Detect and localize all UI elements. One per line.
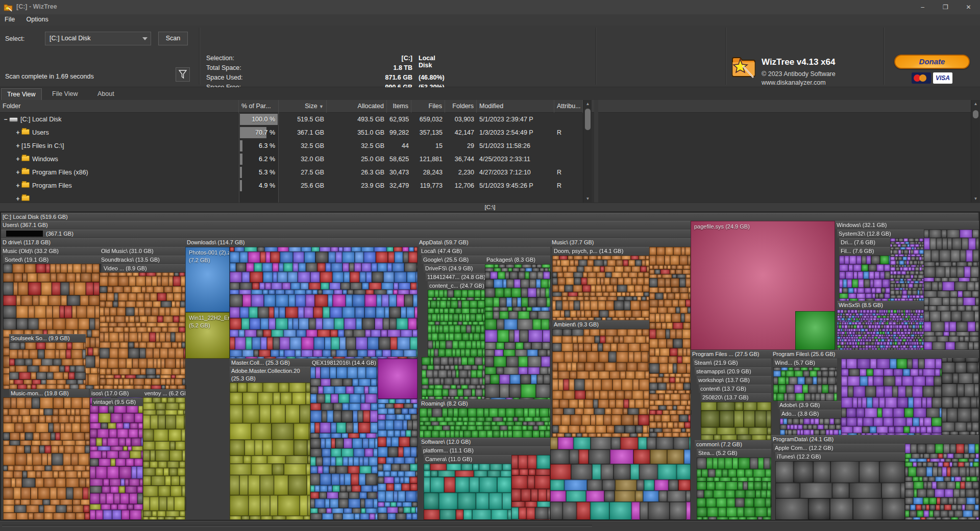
treemap-label[interactable]: Win11_22H2_Englis(5.2 GB): [187, 314, 229, 330]
treemap-label[interactable]: Windows\ (32.1 GB): [835, 221, 979, 229]
expand-toggle[interactable]: +: [14, 179, 21, 192]
expand-toggle[interactable]: +: [14, 153, 21, 166]
website-link[interactable]: www.diskanalyzer.com: [762, 79, 826, 86]
treemap-label[interactable]: Program Files ... (27.5 GB): [691, 350, 771, 358]
treemap-label[interactable]: WinSxS\ (8.5 GB): [837, 301, 924, 309]
treemap-label[interactable]: Doom, psych, p... (14.1 GB): [552, 247, 649, 255]
folder-row[interactable]: +Windows6.2 %32.0 GB25.0 GB58,625121,881…: [0, 153, 594, 166]
menu-options[interactable]: Options: [22, 14, 53, 24]
treemap-label[interactable]: iTunes\ (12.2 GB): [775, 452, 905, 461]
folder-row[interactable]: −[C:] Local Disk100.0 %519.5 GB493.5 GB6…: [0, 113, 594, 126]
folder-row[interactable]: +Users70.7 %367.1 GB351.0 GB99,282357,13…: [0, 126, 594, 139]
treemap-label[interactable]: Roaming\ (8.2 GB): [420, 399, 550, 408]
close-button[interactable]: ✕: [957, 0, 980, 14]
treemap-label[interactable]: content\ (13.7 GB): [699, 385, 771, 393]
treemap-label[interactable]: Downloads\ (114.7 GB): [185, 238, 418, 246]
treemap-label[interactable]: Local\ (47.4 GB): [420, 247, 550, 255]
extension-row[interactable]: ⚙.sysSystem file6.3 %32.6 GB32.3 GB2,791: [598, 166, 971, 179]
extension-row[interactable]: [598, 192, 971, 203]
scan-button[interactable]: Scan: [158, 32, 188, 45]
treemap-label[interactable]: Photos-001 (2).zip(7.2 GB): [187, 249, 229, 264]
donate-button[interactable]: Donate: [894, 55, 970, 69]
folder-col-allocated[interactable]: Allocated: [327, 100, 387, 113]
treemap-label[interactable]: Music-mon... (19.8 GB): [9, 389, 89, 397]
expand-toggle[interactable]: +: [14, 139, 21, 153]
treemap-label[interactable]: Music (Old)\ (33.2 GB): [1, 247, 100, 255]
drive-select[interactable]: [C:] Local Disk: [45, 32, 151, 45]
treemap-label[interactable]: (367.1 GB): [1, 230, 691, 238]
treemap-label[interactable]: content_c... (24.7 GB): [428, 282, 485, 290]
folder-col-modified[interactable]: Modified: [477, 100, 554, 113]
tab-tree-view[interactable]: Tree View: [1, 88, 42, 100]
treemap-label[interactable]: Apple Com... (12.2 GB): [773, 444, 905, 452]
treemap-label[interactable]: [C:] Local Disk (519.6 GB): [1, 213, 978, 221]
treemap-label[interactable]: Steam\ (21.9 GB): [693, 359, 771, 367]
treemap-label[interactable]: platform... (11.1 GB): [422, 446, 550, 454]
treemap-label[interactable]: Video ... (8.9 GB): [102, 264, 185, 272]
treemap-label[interactable]: isos\ (17.0 GB): [90, 389, 143, 397]
table-splitter[interactable]: [594, 100, 598, 203]
treemap-label[interactable]: Soundtracks\ (13.5 GB): [100, 256, 185, 264]
treemap-label[interactable]: steamapps\ (20.9 GB): [695, 367, 771, 375]
maximize-button[interactable]: ❐: [934, 0, 957, 14]
treemap[interactable]: [C:] Local Disk (519.6 GB)Users\ (367.1 …: [0, 212, 980, 521]
treemap-label[interactable]: QEX19812016\ (14.4 GB): [310, 359, 378, 367]
treemap-label[interactable]: Master.Coll... (25.3 GB): [230, 359, 310, 367]
treemap-label[interactable]: 250820\ (13.7 GB): [701, 393, 771, 401]
treemap-label[interactable]: common\ (7.2 GB): [695, 440, 771, 448]
treemap-label[interactable]: Packages\ (8.3 GB): [485, 256, 550, 264]
folder-col-size[interactable]: Size ▼: [279, 100, 327, 113]
folder-col-ofpar[interactable]: % of Par...: [239, 100, 279, 113]
treemap-label[interactable]: ProgramData\ (24.1 GB): [771, 435, 979, 443]
folder-row[interactable]: +: [0, 192, 594, 203]
folder-row[interactable]: +Program Files (x86)5.3 %27.5 GB26.3 GB3…: [0, 166, 594, 179]
treemap-label[interactable]: System32\ (12.8 GB): [837, 230, 924, 238]
expand-toggle[interactable]: +: [14, 126, 21, 139]
expand-toggle[interactable]: +: [14, 192, 21, 203]
folder-col-items[interactable]: Items: [387, 100, 411, 113]
treemap-label[interactable]: Soulseek So... (9.9 GB): [9, 334, 86, 342]
treemap-label[interactable]: Camera\ (11.0 GB): [424, 455, 511, 463]
treemap-label[interactable]: Wind... (5.7 GB): [773, 359, 837, 367]
treemap-label[interactable]: Adobe\ (3.9 GB): [778, 401, 841, 409]
treemap-label[interactable]: AppData\ (59.7 GB): [418, 238, 550, 246]
extension-row[interactable]: Z.zipzip Archive6.1 %31.6 GB31.4 GB2,248: [598, 179, 971, 192]
folder-row[interactable]: +Program Files4.9 %25.6 GB23.9 GB32,4791…: [0, 179, 594, 192]
treemap-label[interactable]: Program Files\ (25.6 GB): [771, 350, 979, 358]
minimize-button[interactable]: –: [911, 0, 934, 14]
tab-file-view[interactable]: File View: [46, 88, 83, 100]
treemap-label[interactable]: Users\ (367.1 GB): [1, 221, 691, 229]
expand-toggle[interactable]: −: [2, 113, 9, 126]
treemap-label[interactable]: 118412447... (24.8 GB): [426, 273, 485, 281]
treemap-label[interactable]: Adobe.Master.Collection.20(25.3 GB): [230, 367, 310, 383]
folder-col-folders[interactable]: Folders: [445, 100, 477, 113]
treemap-label[interactable]: workshop\ (13.7 GB): [697, 376, 771, 384]
treemap-label[interactable]: Google\ (25.5 GB): [422, 256, 485, 264]
treemap-label[interactable]: ventoy ... (6.2 GB): [143, 389, 185, 397]
folder-col-attribu[interactable]: Attribu...: [554, 100, 583, 113]
filter-button[interactable]: [176, 67, 190, 82]
extension-row[interactable]: ⚙.dllApplication7.2 %37.7 GB31.1 GB56,34…: [598, 153, 971, 166]
folder-row[interactable]: +[15 Files in C:\]6.3 %32.5 GB32.5 GB441…: [0, 139, 594, 153]
treemap-label[interactable]: Ambient\ (9.3 GB): [552, 320, 649, 328]
extension-row[interactable]: (No Extensio8.3 %43.0 GB35.9 GB46,344: [598, 139, 971, 153]
treemap-label[interactable]: DriveFS\ (24.9 GB): [424, 264, 485, 272]
folder-col-files[interactable]: Files: [411, 100, 445, 113]
treemap-label[interactable]: vintage\ (9.5 GB): [92, 398, 143, 406]
expand-toggle[interactable]: +: [14, 166, 21, 179]
treemap-label[interactable]: pagefile.sys (24.9 GB): [693, 223, 795, 231]
extension-table-scrollbar[interactable]: ▲ ▼: [971, 100, 979, 203]
extension-row[interactable]: MP3.mp3MPEG layer 320.6 %107.2 GB106.8 G…: [598, 113, 971, 126]
folder-table-scrollbar[interactable]: ▲ ▼: [583, 100, 592, 203]
extension-row[interactable]: iso.isoiso Archive8.5 %44.3 GB44.3 GB19: [598, 126, 971, 139]
treemap-label[interactable]: D drive\ (117.8 GB): [1, 238, 185, 246]
treemap-label[interactable]: Software\ (12.0 GB): [420, 438, 550, 446]
tab-about[interactable]: About: [92, 88, 120, 100]
treemap-label[interactable]: Music\ (37.7 GB): [550, 238, 691, 246]
treemap-label[interactable]: Sorted\ (19.1 GB): [3, 256, 100, 264]
menu-file[interactable]: File: [0, 14, 19, 24]
treemap-label[interactable]: Old Music\ (31.0 GB): [100, 247, 185, 255]
treemap-label[interactable]: Dri... (7.6 GB): [839, 238, 890, 246]
treemap-label[interactable]: Ado... (3.8 GB): [780, 410, 841, 418]
folder-col-folder[interactable]: Folder: [0, 100, 239, 113]
